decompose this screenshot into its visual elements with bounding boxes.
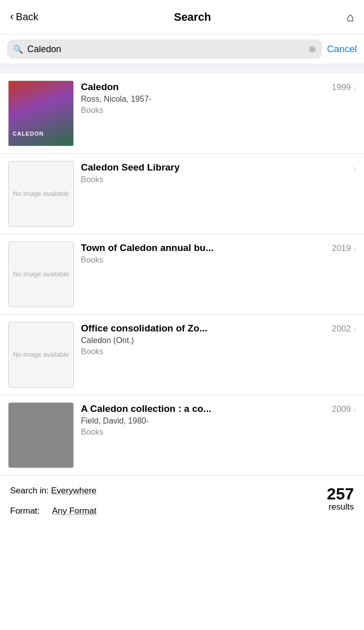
- result-info: Office consolidation of Zo... 2002 › Cal…: [81, 322, 356, 388]
- result-title: Caledon Seed Library: [81, 162, 349, 173]
- result-title-row: Town of Caledon annual bu... 2019 ›: [81, 242, 356, 254]
- result-title: Town of Caledon annual bu...: [81, 242, 328, 254]
- result-thumbnail: No image available: [8, 241, 74, 307]
- no-image-label: No image available: [10, 347, 72, 362]
- year-chevron: 2009 ›: [332, 404, 356, 414]
- search-in-row: Search in: Everywhere: [10, 486, 97, 496]
- result-year: 2002: [332, 324, 351, 334]
- year-chevron: 2019 ›: [332, 243, 356, 254]
- year-chevron: 2002 ›: [332, 324, 356, 334]
- result-format: Books: [81, 256, 356, 265]
- search-icon: 🔍: [13, 45, 23, 54]
- result-info: A Caledon collection : a co... 2009 › Fi…: [81, 402, 356, 468]
- footer: Search in: Everywhere Format: Any Format…: [0, 475, 364, 529]
- result-format: Books: [81, 175, 356, 184]
- result-year: 1999: [332, 82, 351, 93]
- search-input-wrapper: 🔍 ⊗: [7, 39, 322, 59]
- result-title-row: Caledon 1999 ›: [81, 81, 356, 93]
- result-info: Town of Caledon annual bu... 2019 › Book…: [81, 241, 356, 307]
- result-author: Caledon (Ont.): [81, 336, 356, 345]
- result-title: A Caledon collection : a co...: [81, 403, 328, 414]
- header: ‹ Back Search ⌂: [0, 0, 364, 34]
- search-in-value[interactable]: Everywhere: [51, 486, 97, 496]
- chevron-right-icon: ›: [353, 244, 356, 253]
- chevron-right-icon: ›: [353, 83, 356, 92]
- result-format: Books: [81, 428, 356, 437]
- result-author: Field, David, 1980-: [81, 416, 356, 426]
- result-info: Caledon Seed Library › Books: [81, 161, 356, 227]
- year-chevron: ›: [353, 163, 356, 172]
- year-chevron: 1999 ›: [332, 82, 356, 93]
- result-item[interactable]: Caledon 1999 › Ross, Nicola, 1957- Books: [0, 73, 364, 154]
- book-cover-image: [9, 403, 73, 468]
- no-image-label: No image available: [10, 267, 72, 282]
- chevron-right-icon: ›: [353, 405, 356, 414]
- count-label: results: [329, 502, 354, 512]
- result-author: Ross, Nicola, 1957-: [81, 95, 356, 104]
- result-item[interactable]: A Caledon collection : a co... 2009 › Fi…: [0, 395, 364, 475]
- book-cover-image: [9, 81, 73, 146]
- back-button[interactable]: ‹ Back: [10, 11, 38, 23]
- format-label: Format:: [10, 506, 40, 516]
- result-format: Books: [81, 347, 356, 356]
- chevron-left-icon: ‹: [10, 10, 14, 23]
- count-number: 257: [327, 486, 354, 502]
- result-year: 2019: [332, 243, 351, 254]
- home-icon[interactable]: ⌂: [347, 10, 354, 24]
- result-item[interactable]: No image available Office consolidation …: [0, 315, 364, 395]
- chevron-right-icon: ›: [353, 325, 356, 333]
- section-separator: [0, 64, 364, 73]
- page-title: Search: [174, 11, 211, 24]
- result-item[interactable]: No image available Caledon Seed Library …: [0, 154, 364, 234]
- format-row: Format: Any Format: [10, 506, 97, 516]
- chevron-right-icon: ›: [353, 163, 356, 172]
- result-count: 257 results: [327, 486, 354, 512]
- result-info: Caledon 1999 › Ross, Nicola, 1957- Books: [81, 80, 356, 146]
- search-input[interactable]: [27, 44, 304, 55]
- back-label: Back: [16, 11, 38, 23]
- search-bar: 🔍 ⊗ Cancel: [0, 34, 364, 64]
- result-title-row: Caledon Seed Library ›: [81, 162, 356, 173]
- result-thumbnail: No image available: [8, 322, 74, 388]
- result-thumbnail: [8, 402, 74, 468]
- footer-filters: Search in: Everywhere Format: Any Format: [10, 486, 97, 521]
- cancel-button[interactable]: Cancel: [327, 44, 357, 55]
- results-list: Caledon 1999 › Ross, Nicola, 1957- Books…: [0, 73, 364, 475]
- result-title-row: Office consolidation of Zo... 2002 ›: [81, 323, 356, 334]
- result-thumbnail: No image available: [8, 161, 74, 227]
- format-value[interactable]: Any Format: [52, 506, 97, 516]
- result-title: Caledon: [81, 81, 328, 93]
- result-year: 2009: [332, 404, 351, 414]
- no-image-label: No image available: [10, 186, 72, 201]
- result-title-row: A Caledon collection : a co... 2009 ›: [81, 403, 356, 414]
- result-format: Books: [81, 106, 356, 115]
- result-title: Office consolidation of Zo...: [81, 323, 328, 334]
- result-thumbnail: [8, 80, 74, 146]
- clear-button[interactable]: ⊗: [308, 44, 316, 55]
- result-item[interactable]: No image available Town of Caledon annua…: [0, 234, 364, 315]
- search-in-label: Search in:: [10, 486, 49, 496]
